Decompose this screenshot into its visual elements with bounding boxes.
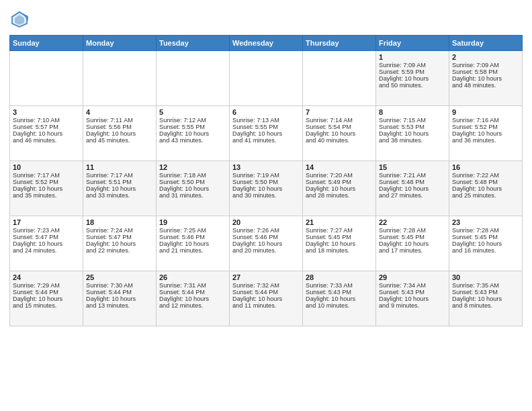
day-info-line: Daylight: 10 hours: [86, 185, 153, 192]
day-info-line: and 41 minutes.: [232, 137, 300, 144]
day-info-line: Sunset: 5:57 PM: [13, 124, 80, 130]
day-number: 21: [306, 218, 373, 226]
day-info-line: Daylight: 10 hours: [86, 130, 153, 137]
day-info-line: Sunrise: 7:16 AM: [452, 117, 519, 124]
day-number: 27: [232, 273, 300, 281]
day-info-line: Sunset: 5:46 PM: [232, 234, 300, 240]
day-info-line: Sunrise: 7:34 AM: [379, 282, 446, 289]
day-info-line: and 35 minutes.: [13, 192, 80, 199]
day-number: 10: [13, 163, 80, 171]
day-cell: [83, 51, 157, 106]
day-cell: 2Sunrise: 7:09 AMSunset: 5:58 PMDaylight…: [449, 51, 523, 106]
day-info-line: Sunset: 5:44 PM: [232, 289, 300, 295]
calendar-container: SundayMondayTuesdayWednesdayThursdayFrid…: [0, 0, 532, 332]
day-number: 24: [13, 273, 80, 281]
day-number: 7: [306, 108, 373, 116]
day-info-line: and 46 minutes.: [13, 137, 80, 144]
day-info-line: and 12 minutes.: [159, 302, 226, 309]
day-cell: 14Sunrise: 7:20 AMSunset: 5:49 PMDayligh…: [303, 161, 376, 216]
day-info-line: Sunset: 5:45 PM: [452, 234, 519, 240]
day-info-line: Daylight: 10 hours: [379, 240, 446, 247]
day-cell: 22Sunrise: 7:28 AMSunset: 5:45 PMDayligh…: [376, 216, 449, 271]
day-info-line: Daylight: 10 hours: [159, 240, 226, 247]
day-info-line: and 24 minutes.: [13, 247, 80, 254]
day-info-line: Daylight: 10 hours: [306, 130, 373, 137]
day-info-line: Sunset: 5:52 PM: [452, 124, 519, 130]
day-info-line: and 17 minutes.: [379, 247, 446, 254]
day-info-line: Daylight: 10 hours: [306, 240, 373, 247]
day-cell: 4Sunrise: 7:11 AMSunset: 5:56 PMDaylight…: [83, 106, 157, 161]
day-cell: 17Sunrise: 7:23 AMSunset: 5:47 PMDayligh…: [10, 216, 83, 271]
day-cell: [10, 51, 83, 106]
day-info-line: Sunrise: 7:27 AM: [306, 227, 373, 234]
day-cell: [303, 51, 376, 106]
day-cell: 5Sunrise: 7:12 AMSunset: 5:55 PMDaylight…: [157, 106, 230, 161]
day-info-line: Sunrise: 7:15 AM: [379, 117, 446, 124]
day-info-line: Daylight: 10 hours: [452, 185, 519, 192]
day-info-line: Sunrise: 7:21 AM: [379, 172, 446, 179]
day-info-line: Daylight: 10 hours: [379, 130, 446, 137]
day-number: 18: [86, 218, 153, 226]
day-info-line: Sunset: 5:47 PM: [86, 234, 153, 240]
day-info-line: Daylight: 10 hours: [86, 240, 153, 247]
day-number: 12: [159, 163, 226, 171]
day-info-line: Daylight: 10 hours: [379, 185, 446, 192]
day-info-line: Sunrise: 7:18 AM: [159, 172, 226, 179]
day-header-thursday: Thursday: [303, 36, 376, 51]
day-number: 14: [306, 163, 373, 171]
day-info-line: Sunset: 5:55 PM: [159, 124, 226, 130]
day-number: 5: [159, 108, 226, 116]
day-info-line: Daylight: 10 hours: [306, 185, 373, 192]
day-info-line: Daylight: 10 hours: [159, 295, 226, 302]
day-info-line: Daylight: 10 hours: [232, 185, 300, 192]
day-cell: 10Sunrise: 7:17 AMSunset: 5:52 PMDayligh…: [10, 161, 83, 216]
day-number: 28: [306, 273, 373, 281]
day-cell: 16Sunrise: 7:22 AMSunset: 5:48 PMDayligh…: [449, 161, 523, 216]
week-row-3: 10Sunrise: 7:17 AMSunset: 5:52 PMDayligh…: [10, 161, 523, 216]
day-info-line: and 22 minutes.: [86, 247, 153, 254]
day-info-line: Sunrise: 7:10 AM: [13, 117, 80, 124]
week-row-4: 17Sunrise: 7:23 AMSunset: 5:47 PMDayligh…: [10, 216, 523, 271]
day-info-line: Sunset: 5:44 PM: [86, 289, 153, 295]
day-number: 26: [159, 273, 226, 281]
day-header-saturday: Saturday: [449, 36, 523, 51]
day-number: 19: [159, 218, 226, 226]
day-number: 6: [232, 108, 300, 116]
week-row-2: 3Sunrise: 7:10 AMSunset: 5:57 PMDaylight…: [10, 106, 523, 161]
day-number: 9: [452, 108, 519, 116]
day-info-line: Daylight: 10 hours: [232, 295, 300, 302]
day-info-line: Sunrise: 7:29 AM: [13, 282, 80, 289]
day-number: 23: [452, 218, 519, 226]
day-cell: 23Sunrise: 7:28 AMSunset: 5:45 PMDayligh…: [449, 216, 523, 271]
day-info-line: Daylight: 10 hours: [13, 240, 80, 247]
day-number: 20: [232, 218, 300, 226]
day-info-line: and 43 minutes.: [159, 137, 226, 144]
day-cell: 26Sunrise: 7:31 AMSunset: 5:44 PMDayligh…: [157, 271, 230, 326]
day-info-line: and 28 minutes.: [306, 192, 373, 199]
day-info-line: Sunrise: 7:32 AM: [232, 282, 300, 289]
day-info-line: and 30 minutes.: [232, 192, 300, 199]
day-info-line: Sunset: 5:54 PM: [306, 124, 373, 130]
day-cell: 7Sunrise: 7:14 AMSunset: 5:54 PMDaylight…: [303, 106, 376, 161]
day-info-line: and 36 minutes.: [452, 137, 519, 144]
day-info-line: Daylight: 10 hours: [232, 130, 300, 137]
day-cell: [230, 51, 303, 106]
day-header-tuesday: Tuesday: [157, 36, 230, 51]
day-cell: 21Sunrise: 7:27 AMSunset: 5:45 PMDayligh…: [303, 216, 376, 271]
day-info-line: Sunrise: 7:09 AM: [379, 62, 446, 68]
day-info-line: Daylight: 10 hours: [159, 130, 226, 137]
day-info-line: Sunset: 5:43 PM: [306, 289, 373, 295]
day-info-line: Sunrise: 7:35 AM: [452, 282, 519, 289]
logo-icon: [9, 9, 30, 30]
day-info-line: and 27 minutes.: [379, 192, 446, 199]
day-info-line: Sunrise: 7:12 AM: [159, 117, 226, 124]
day-info-line: Daylight: 10 hours: [86, 295, 153, 302]
day-number: 1: [379, 53, 446, 61]
day-info-line: and 18 minutes.: [306, 247, 373, 254]
day-info-line: Daylight: 10 hours: [13, 130, 80, 137]
day-cell: 3Sunrise: 7:10 AMSunset: 5:57 PMDaylight…: [10, 106, 83, 161]
day-info-line: and 20 minutes.: [232, 247, 300, 254]
day-info-line: Sunrise: 7:14 AM: [306, 117, 373, 124]
day-info-line: and 16 minutes.: [452, 247, 519, 254]
day-info-line: Sunrise: 7:13 AM: [232, 117, 300, 124]
